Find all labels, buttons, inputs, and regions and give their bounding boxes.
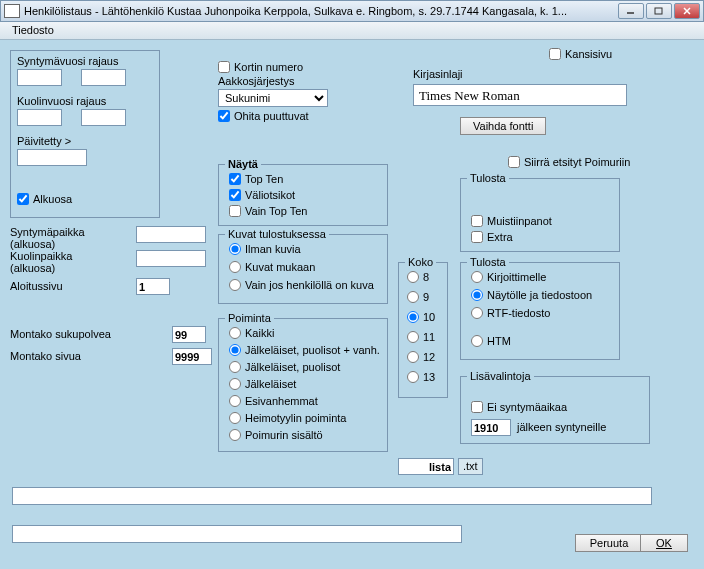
ohita-checkbox[interactable]: Ohita puuttuvat <box>218 110 309 122</box>
jalk-puolisot-vanh-radio[interactable]: Jälkeläiset, puolisot + vanh. <box>229 344 380 356</box>
maximize-button[interactable] <box>646 3 672 19</box>
alkuosa-label: Alkuosa <box>33 193 72 205</box>
aloitussivu-label: Aloitussivu <box>10 280 63 292</box>
tulosta2-group: Tulosta Kirjoittimelle Näytölle ja tiedo… <box>460 262 620 360</box>
tulosta1-legend: Tulosta <box>467 172 509 184</box>
lisavalintoja-group: Lisävalintoja Ei syntymäaikaa jälkeen sy… <box>460 376 650 444</box>
menu-tiedosto[interactable]: Tiedosto <box>6 22 60 38</box>
siirra-checkbox[interactable]: Siirrä etsityt Poimuriin <box>508 156 630 168</box>
ei-syntymaaikaa-checkbox[interactable]: Ei syntymäaikaa <box>471 401 567 413</box>
heimotyylin-radio[interactable]: Heimotyylin poiminta <box>229 412 346 424</box>
montako-sukupolvea-label: Montako sukupolvea <box>10 328 111 340</box>
montako-sivua-label: Montako sivua <box>10 350 81 362</box>
syntymavuosi-to-input[interactable] <box>81 69 126 86</box>
koko-12-radio[interactable]: 12 <box>407 351 435 363</box>
menubar: Tiedosto <box>0 22 704 40</box>
kirjoittimelle-radio[interactable]: Kirjoittimelle <box>471 271 546 283</box>
kortin-numero-checkbox[interactable]: Kortin numero <box>218 61 303 73</box>
poiminta-legend: Poiminta <box>225 312 274 324</box>
lisavalintoja-legend: Lisävalintoja <box>467 370 534 382</box>
svg-rect-1 <box>655 8 662 14</box>
ok-button[interactable]: OK <box>640 534 688 552</box>
aakkosjarjestys-label: Aakkosjärjestys <box>218 75 294 87</box>
txt-label: .txt <box>458 458 483 475</box>
vaihda-fontti-button[interactable]: Vaihda fontti <box>460 117 546 135</box>
kuolinvuosi-label: Kuolinvuosi rajaus <box>17 95 106 107</box>
paivitetty-label: Päivitetty > <box>17 135 71 147</box>
koko-group: Koko 8 9 10 11 12 13 <box>398 262 448 398</box>
koko-10-radio[interactable]: 10 <box>407 311 435 323</box>
koko-8-radio[interactable]: 8 <box>407 271 429 283</box>
kuolinpaikka-input[interactable] <box>136 250 206 267</box>
kansisivu-label: Kansisivu <box>565 48 612 60</box>
sukupolvea-input[interactable] <box>172 326 206 343</box>
tulosta2-legend: Tulosta <box>467 256 509 268</box>
kansisivu-checkbox[interactable]: Kansisivu <box>549 48 612 60</box>
ohita-label: Ohita puuttuvat <box>234 110 309 122</box>
alkuosa-checkbox[interactable]: Alkuosa <box>17 193 72 205</box>
syntymapaikka-label: Syntymäpaikka (alkuosa) <box>10 226 90 250</box>
font-display: Times New Roman <box>413 84 627 106</box>
nayta-group: Näytä Top Ten Väliotsikot Vain Top Ten <box>218 164 388 226</box>
koko-legend: Koko <box>405 256 436 268</box>
vuosi-input[interactable] <box>471 419 511 436</box>
valiotsikot-checkbox[interactable]: Väliotsikot <box>229 189 295 201</box>
jalkeen-label: jälkeen syntyneille <box>517 421 606 433</box>
lista-input[interactable] <box>398 458 454 475</box>
syntymavuosi-from-input[interactable] <box>17 69 62 86</box>
esivanhemmat-radio[interactable]: Esivanhemmat <box>229 395 318 407</box>
app-icon <box>4 4 20 18</box>
minimize-button[interactable] <box>618 3 644 19</box>
vainjos-radio[interactable]: Vain jos henkilöllä on kuva <box>229 279 374 291</box>
aakkosjarjestys-select[interactable]: Sukunimi <box>218 89 328 107</box>
siirra-label: Siirrä etsityt Poimuriin <box>524 156 630 168</box>
close-button[interactable] <box>674 3 700 19</box>
ilman-kuvia-radio[interactable]: Ilman kuvia <box>229 243 301 255</box>
syntymavuosi-label: Syntymävuosi rajaus <box>17 55 119 67</box>
status-bar-2 <box>12 525 462 543</box>
jalk-puolisot-radio[interactable]: Jälkeläiset, puolisot <box>229 361 340 373</box>
window-title: Henkilölistaus - Lähtöhenkilö Kustaa Juh… <box>24 5 618 17</box>
koko-11-radio[interactable]: 11 <box>407 331 435 343</box>
kuvat-mukaan-radio[interactable]: Kuvat mukaan <box>229 261 315 273</box>
rtf-radio[interactable]: RTF-tiedosto <box>471 307 550 319</box>
poiminta-group: Poiminta Kaikki Jälkeläiset, puolisot + … <box>218 318 388 452</box>
jalkelaiset-radio[interactable]: Jälkeläiset <box>229 378 296 390</box>
kuolinvuosi-to-input[interactable] <box>81 109 126 126</box>
koko-9-radio[interactable]: 9 <box>407 291 429 303</box>
naytolle-radio[interactable]: Näytölle ja tiedostoon <box>471 289 592 301</box>
kuvat-legend: Kuvat tulostuksessa <box>225 228 329 240</box>
kirjasinlaji-label: Kirjasinlaji <box>413 68 463 80</box>
muistiinpanot-checkbox[interactable]: Muistiinpanot <box>471 215 552 227</box>
nayta-legend: Näytä <box>225 158 261 170</box>
aloitussivu-input[interactable] <box>136 278 170 295</box>
left-filters-group: Syntymävuosi rajaus Kuolinvuosi rajaus P… <box>10 50 160 218</box>
status-bar-1 <box>12 487 652 505</box>
paivitetty-input[interactable] <box>17 149 87 166</box>
koko-13-radio[interactable]: 13 <box>407 371 435 383</box>
kuolinvuosi-from-input[interactable] <box>17 109 62 126</box>
sivua-input[interactable] <box>172 348 212 365</box>
peruuta-button[interactable]: Peruuta <box>575 534 643 552</box>
tulosta1-group: Tulosta Muistiinpanot Extra <box>460 178 620 252</box>
extra-checkbox[interactable]: Extra <box>471 231 513 243</box>
titlebar: Henkilölistaus - Lähtöhenkilö Kustaa Juh… <box>0 0 704 22</box>
vain-topten-checkbox[interactable]: Vain Top Ten <box>229 205 307 217</box>
kaikki-radio[interactable]: Kaikki <box>229 327 274 339</box>
kortin-numero-label: Kortin numero <box>234 61 303 73</box>
syntymapaikka-input[interactable] <box>136 226 206 243</box>
kuvat-group: Kuvat tulostuksessa Ilman kuvia Kuvat mu… <box>218 234 388 304</box>
topten-checkbox[interactable]: Top Ten <box>229 173 283 185</box>
htm-radio[interactable]: HTM <box>471 335 511 347</box>
kuolinpaikka-label: Kuolinpaikka (alkuosa) <box>10 250 90 274</box>
poimurin-radio[interactable]: Poimurin sisältö <box>229 429 323 441</box>
